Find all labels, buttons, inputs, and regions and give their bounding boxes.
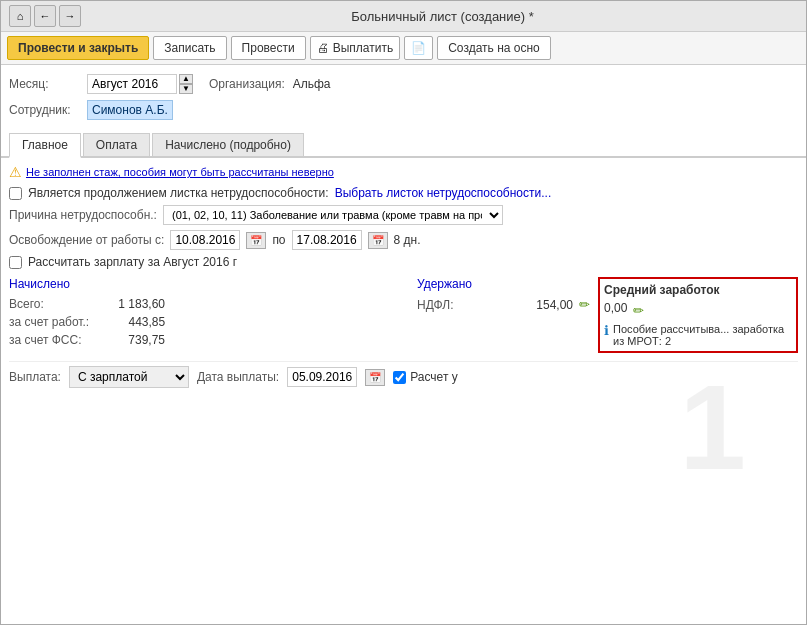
create-base-button[interactable]: Создать на осно	[437, 36, 551, 60]
post-close-button[interactable]: Провести и закрыть	[7, 36, 149, 60]
za-schet-label: за счет работ.:	[9, 315, 89, 329]
sredний-value: 0,00	[604, 301, 627, 315]
viplata-label: Выплата:	[9, 370, 61, 384]
release-from-input[interactable]	[170, 230, 240, 250]
rascher-label: Расчет у	[410, 370, 458, 384]
viplata-select[interactable]: С зарплатой	[69, 366, 189, 388]
select-listok-link[interactable]: Выбрать листок нетрудоспособности...	[335, 186, 552, 200]
date-viplata-input[interactable]	[287, 367, 357, 387]
date-viplata-cal-button[interactable]: 📅	[365, 369, 385, 386]
za-schet-row: за счет работ.: 443,85	[9, 315, 417, 329]
nacisleno-col: Начислено Всего: 1 183,60 за счет работ.…	[9, 277, 417, 353]
org-value: Альфа	[293, 77, 331, 91]
doc-icon: 📄	[411, 41, 426, 55]
home-button[interactable]: ⌂	[9, 5, 31, 27]
warning-icon: ⚠	[9, 164, 22, 180]
save-button[interactable]: Записать	[153, 36, 226, 60]
reason-row: Причина нетрудоспособн.: (01, 02, 10, 11…	[9, 205, 798, 225]
header-fields: Месяц: ▲ ▼ Организация: Альфа Сотрудник:…	[1, 65, 806, 129]
pay-icon: 🖨	[317, 41, 329, 55]
date-viplata-label: Дата выплаты:	[197, 370, 279, 384]
employee-row: Сотрудник: Симонов А.Б.	[9, 97, 798, 123]
release-to-cal-button[interactable]: 📅	[368, 232, 388, 249]
rascher-row: Расчет у	[393, 370, 458, 384]
sredний-header: Средний заработок	[604, 283, 792, 297]
sredний-edit-icon[interactable]: ✏	[633, 303, 644, 318]
back-button[interactable]: ←	[34, 5, 56, 27]
za-fss-label: за счет ФСС:	[9, 333, 89, 347]
month-stepper: ▲ ▼	[179, 74, 193, 94]
window-title: Больничный лист (создание) *	[87, 9, 798, 24]
ndfl-edit-icon[interactable]: ✏	[579, 297, 590, 312]
za-fss-row: за счет ФСС: 739,75	[9, 333, 417, 347]
month-field: ▲ ▼	[87, 74, 193, 94]
ndfl-row: НДФЛ: 154,00 ✏	[417, 297, 590, 312]
tabs-bar: Главное Оплата Начислено (подробно)	[1, 133, 806, 158]
continuation-row: Является продолжением листка нетрудоспос…	[9, 186, 798, 200]
continuation-label: Является продолжением листка нетрудоспос…	[28, 186, 329, 200]
release-to-input[interactable]	[292, 230, 362, 250]
release-days: 8 дн.	[394, 233, 421, 247]
title-bar: ⌂ ← → Больничный лист (создание) *	[1, 1, 806, 32]
toolbar: Провести и закрыть Записать Провести 🖨 В…	[1, 32, 806, 65]
tab-detail[interactable]: Начислено (подробно)	[152, 133, 304, 156]
reason-select[interactable]: (01, 02, 10, 11) Заболевание или травма …	[163, 205, 503, 225]
nacisleno-header: Начислено	[9, 277, 417, 291]
release-to-label: по	[272, 233, 285, 247]
vsego-row: Всего: 1 183,60	[9, 297, 417, 311]
employee-label: Сотрудник:	[9, 103, 79, 117]
vsego-label: Всего:	[9, 297, 89, 311]
za-fss-value: 739,75	[95, 333, 165, 347]
tab-pay[interactable]: Оплата	[83, 133, 150, 156]
pay-button[interactable]: 🖨 Выплатить	[310, 36, 401, 60]
continuation-checkbox[interactable]	[9, 187, 22, 200]
reason-label: Причина нетрудоспособн.:	[9, 208, 157, 222]
nav-buttons: ⌂ ← →	[9, 5, 81, 27]
ndfl-value: 154,00	[503, 298, 573, 312]
ndfl-label: НДФЛ:	[417, 298, 497, 312]
month-up-button[interactable]: ▲	[179, 74, 193, 84]
tab-main[interactable]: Главное	[9, 133, 81, 158]
sredний-col: Средний заработок 0,00 ✏ ℹ Пособие рассч…	[598, 277, 798, 353]
release-row: Освобождение от работы с: 📅 по 📅 8 дн.	[9, 230, 798, 250]
forward-button[interactable]: →	[59, 5, 81, 27]
month-row: Месяц: ▲ ▼ Организация: Альфа	[9, 71, 798, 97]
info-row: ℹ Пособие рассчитыва... заработка из МРО…	[604, 323, 792, 347]
vsego-value: 1 183,60	[95, 297, 165, 311]
info-text: Пособие рассчитыва... заработка из МРОТ:…	[613, 323, 792, 347]
za-schet-value: 443,85	[95, 315, 165, 329]
release-label: Освобождение от работы с:	[9, 233, 164, 247]
rascher-checkbox[interactable]	[393, 371, 406, 384]
employee-value[interactable]: Симонов А.Б.	[87, 100, 173, 120]
payment-row: Выплата: С зарплатой Дата выплаты: 📅 Рас…	[9, 361, 798, 388]
calc-row: Рассчитать зарплату за Август 2016 г	[9, 255, 798, 269]
sredний-value-row: 0,00 ✏	[604, 301, 792, 319]
release-from-cal-button[interactable]: 📅	[246, 232, 266, 249]
calc-checkbox[interactable]	[9, 256, 22, 269]
summary-section: Начислено Всего: 1 183,60 за счет работ.…	[9, 277, 798, 353]
org-label: Организация:	[209, 77, 285, 91]
info-icon: ℹ	[604, 323, 609, 338]
month-label: Месяц:	[9, 77, 79, 91]
icon-button[interactable]: 📄	[404, 36, 433, 60]
month-down-button[interactable]: ▼	[179, 84, 193, 94]
post-button[interactable]: Провести	[231, 36, 306, 60]
uderjano-header: Удержано	[417, 277, 590, 291]
warning-row: ⚠ Не заполнен стаж, пособия могут быть р…	[9, 164, 798, 180]
month-input[interactable]	[87, 74, 177, 94]
warning-link[interactable]: Не заполнен стаж, пособия могут быть рас…	[26, 166, 334, 178]
tab-content-main: ⚠ Не заполнен стаж, пособия могут быть р…	[1, 158, 806, 394]
uderjano-col: Удержано НДФЛ: 154,00 ✏	[417, 277, 590, 353]
calc-label: Рассчитать зарплату за Август 2016 г	[28, 255, 237, 269]
